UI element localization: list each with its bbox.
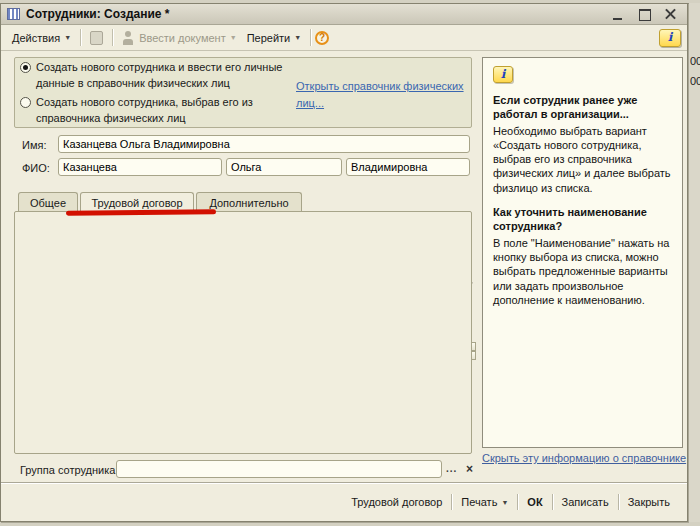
print-button[interactable]: Печать▼ xyxy=(452,492,517,512)
hide-info-link[interactable]: Скрыть эту информацию о справочнике xyxy=(482,452,683,464)
radio-new-person-label: Создать нового сотрудника и ввести его л… xyxy=(36,60,300,92)
window-title: Сотрудники: Создание * xyxy=(26,7,169,21)
minimize-icon[interactable] xyxy=(612,9,625,20)
title-bar: Сотрудники: Создание * xyxy=(1,4,687,25)
background-value-fragment: 00 xyxy=(690,75,700,87)
actions-button-label: Действия xyxy=(12,32,60,44)
help-icon[interactable]: ? xyxy=(315,31,329,45)
background-value-fragment: 00 xyxy=(690,55,700,67)
actions-button[interactable]: Действия ▼ xyxy=(7,30,76,46)
toolbar-separator xyxy=(80,29,81,46)
first-name-input[interactable]: Ольга xyxy=(226,158,342,176)
maximize-icon[interactable] xyxy=(638,9,651,20)
radio-new-person[interactable] xyxy=(20,62,31,73)
toolbar-separator xyxy=(310,29,311,46)
radio-existing-person[interactable] xyxy=(20,97,31,108)
document-icon xyxy=(90,31,103,45)
name-label: Имя: xyxy=(22,139,46,151)
enter-document-label: Ввести документ xyxy=(139,32,226,44)
chevron-down-icon: ▼ xyxy=(64,34,71,41)
info-tip2-title: Как уточнить наименование сотрудника? xyxy=(493,205,672,234)
radio-existing-person-label: Создать нового сотрудника, выбрав его из… xyxy=(36,95,300,127)
chevron-down-icon: ▼ xyxy=(230,34,237,41)
ok-button[interactable]: ОК xyxy=(518,492,551,512)
contract-print-label: Трудовой договор xyxy=(351,496,442,508)
info-panel: i Если сотрудник ранее уже работал в орг… xyxy=(482,57,683,448)
info-icon[interactable]: i xyxy=(659,29,681,47)
save-button[interactable]: Записать xyxy=(553,492,618,512)
name-input[interactable]: Казанцева Ольга Владимировна xyxy=(58,135,470,153)
goto-button[interactable]: Перейти ▼ xyxy=(242,30,307,46)
toolbar-separator xyxy=(112,29,113,46)
info-icon: i xyxy=(493,66,513,83)
last-name-input[interactable]: Казанцева xyxy=(58,158,222,176)
employee-group-label: Группа сотрудника: xyxy=(20,464,118,476)
toolbar: Действия ▼ Ввести документ ▼ Перейти ▼ ?… xyxy=(1,25,687,51)
middle-name-input[interactable]: Владимировна xyxy=(346,158,470,176)
open-persons-catalog-link[interactable]: Открыть справочник физических лиц... xyxy=(296,78,474,111)
info-tip2-text: В поле "Наименование" нажать на кнопку в… xyxy=(493,236,672,307)
employee-group-input[interactable] xyxy=(116,460,442,478)
catalog-icon xyxy=(7,8,20,20)
close-icon[interactable] xyxy=(664,9,677,20)
print-label: Печать xyxy=(461,496,497,508)
tab-general[interactable]: Общее xyxy=(18,192,78,212)
person-icon xyxy=(122,31,135,45)
window-controls xyxy=(612,9,681,20)
contract-tab-panel xyxy=(14,211,472,454)
chevron-down-icon: ▼ xyxy=(501,499,508,506)
close-button[interactable]: Закрыть xyxy=(619,492,679,512)
based-document-button xyxy=(85,29,108,47)
choose-button[interactable]: ... xyxy=(446,463,457,474)
goto-button-label: Перейти xyxy=(247,32,291,44)
enter-document-button: Ввести документ ▼ xyxy=(117,29,242,47)
clear-icon[interactable]: × xyxy=(466,463,473,475)
info-tip1-title: Если сотрудник ранее уже работал в орган… xyxy=(493,93,672,122)
footer-button-bar: Трудовой договор Печать▼ ОК Записать Зак… xyxy=(1,482,687,521)
chevron-down-icon: ▼ xyxy=(294,34,301,41)
info-tip1-text: Необходимо выбрать вариант «Создать ново… xyxy=(493,124,672,195)
contract-print-button[interactable]: Трудовой договор xyxy=(342,492,451,512)
fio-label: ФИО: xyxy=(22,162,50,174)
